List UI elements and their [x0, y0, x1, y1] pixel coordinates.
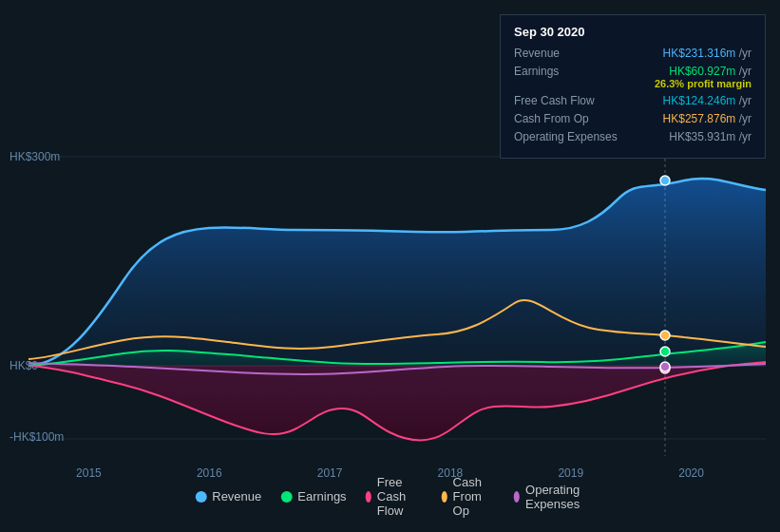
x-label-2020: 2020	[678, 466, 704, 480]
tooltip-value-opex: HK$35.931m /yr	[669, 130, 751, 143]
tooltip-row-opex: Operating Expenses HK$35.931m /yr	[514, 130, 751, 143]
legend-free-cash-flow[interactable]: Free Cash Flow	[366, 475, 423, 518]
svg-point-6	[660, 347, 670, 356]
legend-dot-revenue	[195, 491, 206, 503]
legend-earnings[interactable]: Earnings	[280, 489, 346, 504]
y-axis-label-n100: -HK$100m	[10, 430, 64, 444]
tooltip-card: Sep 30 2020 Revenue HK$231.316m /yr Earn…	[500, 14, 766, 159]
legend-label-fcf: Free Cash Flow	[377, 475, 423, 518]
tooltip-row-cash-from-op: Cash From Op HK$257.876m /yr	[514, 112, 751, 125]
chart-area: HK$300m HK$0 -HK$100m 2015 2016 2017 201…	[0, 0, 780, 532]
tooltip-label-earnings: Earnings	[514, 65, 637, 78]
svg-point-8	[660, 331, 670, 340]
legend-dot-cash-from-op	[441, 491, 447, 503]
legend-label-cash-from-op: Cash From Op	[453, 475, 495, 518]
y-axis-label-0: HK$0	[10, 359, 38, 372]
legend-dot-earnings	[280, 491, 292, 503]
svg-point-9	[660, 362, 670, 371]
legend-operating-expenses[interactable]: Operating Expenses	[514, 483, 585, 511]
legend-label-revenue: Revenue	[212, 489, 261, 504]
legend-dot-opex	[514, 491, 520, 503]
legend-revenue[interactable]: Revenue	[195, 489, 261, 504]
tooltip-row-earnings: Earnings HK$60.927m /yr 26.3% profit mar…	[514, 65, 751, 89]
legend-cash-from-op[interactable]: Cash From Op	[441, 475, 494, 518]
svg-point-5	[660, 176, 670, 185]
tooltip-label-fcf: Free Cash Flow	[514, 94, 637, 107]
tooltip-row-fcf: Free Cash Flow HK$124.246m /yr	[514, 94, 751, 107]
x-label-2015: 2015	[76, 466, 102, 480]
legend-dot-fcf	[366, 491, 371, 503]
chart-legend: Revenue Earnings Free Cash Flow Cash Fro…	[195, 475, 585, 518]
tooltip-value-revenue: HK$231.316m /yr	[663, 47, 751, 60]
tooltip-label-revenue: Revenue	[514, 47, 637, 60]
tooltip-value-cash-from-op: HK$257.876m /yr	[663, 112, 751, 125]
tooltip-value-earnings: HK$60.927m /yr	[669, 65, 751, 78]
tooltip-label-opex: Operating Expenses	[514, 130, 637, 143]
tooltip-row-revenue: Revenue HK$231.316m /yr	[514, 47, 751, 60]
tooltip-date: Sep 30 2020	[514, 25, 751, 39]
tooltip-profit-margin: 26.3% profit margin	[655, 78, 751, 89]
tooltip-label-cash-from-op: Cash From Op	[514, 112, 637, 125]
y-axis-label-300: HK$300m	[10, 150, 60, 163]
legend-label-earnings: Earnings	[297, 489, 346, 504]
tooltip-value-fcf: HK$124.246m /yr	[663, 94, 751, 107]
tooltip-value-earnings-group: HK$60.927m /yr 26.3% profit margin	[655, 65, 751, 89]
legend-label-opex: Operating Expenses	[525, 483, 585, 511]
